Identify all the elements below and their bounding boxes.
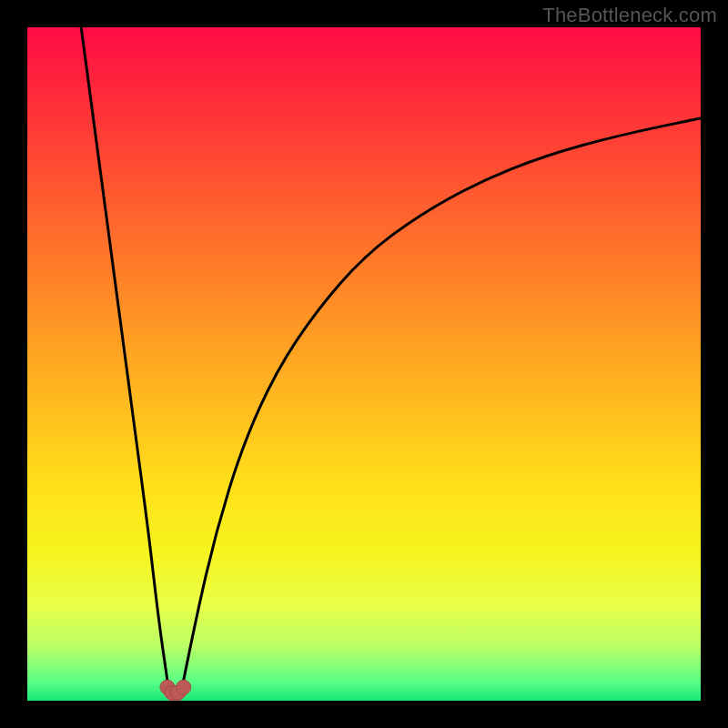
bottleneck-chart (27, 27, 701, 701)
chart-svg (27, 27, 701, 701)
watermark-text: TheBottleneck.com (542, 4, 717, 27)
gradient-background (27, 27, 701, 701)
optimum-marker-dot (177, 680, 191, 694)
outer-frame: TheBottleneck.com (0, 0, 728, 728)
